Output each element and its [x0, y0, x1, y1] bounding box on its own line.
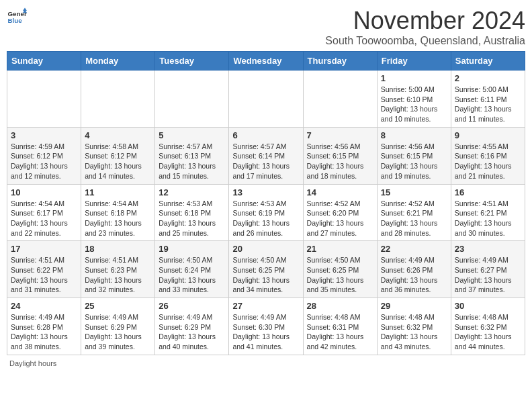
calendar-cell: 16Sunrise: 4:51 AMSunset: 6:21 PMDayligh… — [451, 184, 525, 241]
day-number: 26 — [159, 301, 225, 311]
week-row-2: 10Sunrise: 4:54 AMSunset: 6:17 PMDayligh… — [7, 184, 525, 241]
day-number: 11 — [85, 187, 151, 197]
calendar-cell: 23Sunrise: 4:49 AMSunset: 6:27 PMDayligh… — [451, 241, 525, 298]
week-row-0: 1Sunrise: 5:00 AMSunset: 6:10 PMDaylight… — [7, 71, 525, 128]
day-number: 8 — [381, 130, 447, 140]
day-detail: Sunrise: 5:00 AMSunset: 6:10 PMDaylight:… — [381, 85, 447, 124]
day-detail: Sunrise: 4:50 AMSunset: 6:25 PMDaylight:… — [232, 255, 299, 295]
day-detail: Sunrise: 4:49 AMSunset: 6:27 PMDaylight:… — [455, 255, 521, 295]
logo-icon: General Blue — [7, 7, 27, 27]
calendar-header-row: SundayMondayTuesdayWednesdayThursdayFrid… — [7, 52, 525, 71]
day-detail: Sunrise: 4:56 AMSunset: 6:15 PMDaylight:… — [381, 142, 447, 181]
header-monday: Monday — [81, 52, 155, 71]
calendar-cell: 13Sunrise: 4:53 AMSunset: 6:19 PMDayligh… — [229, 184, 303, 241]
calendar-cell: 25Sunrise: 4:49 AMSunset: 6:29 PMDayligh… — [81, 298, 155, 355]
day-detail: Sunrise: 4:48 AMSunset: 6:32 PMDaylight:… — [455, 312, 521, 352]
day-number: 19 — [159, 244, 225, 254]
day-number: 27 — [232, 301, 299, 311]
calendar-cell: 26Sunrise: 4:49 AMSunset: 6:29 PMDayligh… — [155, 298, 229, 355]
calendar-cell: 9Sunrise: 4:55 AMSunset: 6:16 PMDaylight… — [451, 127, 525, 184]
header-tuesday: Tuesday — [155, 52, 229, 71]
day-number: 22 — [381, 244, 447, 254]
calendar-cell — [155, 71, 229, 128]
day-detail: Sunrise: 4:56 AMSunset: 6:15 PMDaylight:… — [307, 142, 373, 181]
day-number: 15 — [381, 187, 447, 197]
day-detail: Sunrise: 5:00 AMSunset: 6:11 PMDaylight:… — [455, 85, 521, 124]
week-row-3: 17Sunrise: 4:51 AMSunset: 6:22 PMDayligh… — [7, 241, 525, 298]
header-wednesday: Wednesday — [229, 52, 303, 71]
calendar-cell: 20Sunrise: 4:50 AMSunset: 6:25 PMDayligh… — [229, 241, 303, 298]
daylight-hours-label: Daylight hours — [9, 359, 56, 367]
day-number: 3 — [11, 130, 77, 140]
day-detail: Sunrise: 4:51 AMSunset: 6:21 PMDaylight:… — [455, 199, 521, 238]
calendar-cell: 6Sunrise: 4:57 AMSunset: 6:14 PMDaylight… — [229, 127, 303, 184]
day-detail: Sunrise: 4:54 AMSunset: 6:17 PMDaylight:… — [11, 199, 77, 238]
calendar-cell: 22Sunrise: 4:49 AMSunset: 6:26 PMDayligh… — [377, 241, 451, 298]
day-number: 17 — [11, 244, 77, 254]
logo: General Blue — [7, 7, 27, 27]
day-detail: Sunrise: 4:50 AMSunset: 6:24 PMDaylight:… — [159, 255, 225, 295]
day-number: 4 — [85, 130, 151, 140]
calendar-cell: 19Sunrise: 4:50 AMSunset: 6:24 PMDayligh… — [155, 241, 229, 298]
calendar-cell: 28Sunrise: 4:48 AMSunset: 6:31 PMDayligh… — [303, 298, 377, 355]
svg-text:Blue: Blue — [8, 17, 23, 24]
calendar-cell: 11Sunrise: 4:54 AMSunset: 6:18 PMDayligh… — [81, 184, 155, 241]
day-detail: Sunrise: 4:52 AMSunset: 6:21 PMDaylight:… — [381, 199, 447, 238]
header-friday: Friday — [377, 52, 451, 71]
day-detail: Sunrise: 4:49 AMSunset: 6:29 PMDaylight:… — [85, 312, 151, 352]
calendar-cell: 7Sunrise: 4:56 AMSunset: 6:15 PMDaylight… — [303, 127, 377, 184]
day-detail: Sunrise: 4:49 AMSunset: 6:30 PMDaylight:… — [232, 312, 299, 352]
calendar-cell: 27Sunrise: 4:49 AMSunset: 6:30 PMDayligh… — [229, 298, 303, 355]
day-detail: Sunrise: 4:52 AMSunset: 6:20 PMDaylight:… — [307, 199, 373, 238]
day-number: 29 — [381, 301, 447, 311]
day-number: 1 — [381, 73, 447, 83]
day-detail: Sunrise: 4:49 AMSunset: 6:26 PMDaylight:… — [381, 255, 447, 295]
calendar-cell: 10Sunrise: 4:54 AMSunset: 6:17 PMDayligh… — [7, 184, 81, 241]
calendar-cell: 5Sunrise: 4:57 AMSunset: 6:13 PMDaylight… — [155, 127, 229, 184]
header-thursday: Thursday — [303, 52, 377, 71]
calendar-cell — [81, 71, 155, 128]
calendar-cell: 2Sunrise: 5:00 AMSunset: 6:11 PMDaylight… — [451, 71, 525, 128]
day-number: 20 — [232, 244, 299, 254]
day-number: 9 — [455, 130, 521, 140]
calendar-cell: 30Sunrise: 4:48 AMSunset: 6:32 PMDayligh… — [451, 298, 525, 355]
calendar-subtitle: South Toowoomba, Queensland, Australia — [325, 35, 525, 47]
day-detail: Sunrise: 4:53 AMSunset: 6:19 PMDaylight:… — [232, 199, 299, 238]
day-detail: Sunrise: 4:49 AMSunset: 6:29 PMDaylight:… — [159, 312, 225, 352]
calendar-cell: 21Sunrise: 4:50 AMSunset: 6:25 PMDayligh… — [303, 241, 377, 298]
header-sunday: Sunday — [7, 52, 81, 71]
day-detail: Sunrise: 4:48 AMSunset: 6:32 PMDaylight:… — [381, 312, 447, 352]
day-number: 14 — [307, 187, 373, 197]
footer-note: Daylight hours — [7, 359, 525, 367]
day-number: 28 — [307, 301, 373, 311]
day-number: 21 — [307, 244, 373, 254]
day-detail: Sunrise: 4:51 AMSunset: 6:22 PMDaylight:… — [11, 255, 77, 295]
calendar-cell: 29Sunrise: 4:48 AMSunset: 6:32 PMDayligh… — [377, 298, 451, 355]
svg-text:General: General — [8, 10, 28, 17]
day-number: 2 — [455, 73, 521, 83]
page-header: General Blue November 2024 South Toowoom… — [7, 7, 525, 47]
calendar-cell: 3Sunrise: 4:59 AMSunset: 6:12 PMDaylight… — [7, 127, 81, 184]
week-row-4: 24Sunrise: 4:49 AMSunset: 6:28 PMDayligh… — [7, 298, 525, 355]
day-detail: Sunrise: 4:53 AMSunset: 6:18 PMDaylight:… — [159, 199, 225, 238]
calendar-cell: 18Sunrise: 4:51 AMSunset: 6:23 PMDayligh… — [81, 241, 155, 298]
day-number: 23 — [455, 244, 521, 254]
day-detail: Sunrise: 4:57 AMSunset: 6:13 PMDaylight:… — [159, 142, 225, 181]
day-detail: Sunrise: 4:57 AMSunset: 6:14 PMDaylight:… — [232, 142, 299, 181]
day-detail: Sunrise: 4:55 AMSunset: 6:16 PMDaylight:… — [455, 142, 521, 181]
day-detail: Sunrise: 4:59 AMSunset: 6:12 PMDaylight:… — [11, 142, 77, 181]
calendar-table: SundayMondayTuesdayWednesdayThursdayFrid… — [7, 51, 525, 355]
day-detail: Sunrise: 4:58 AMSunset: 6:12 PMDaylight:… — [85, 142, 151, 181]
day-number: 16 — [455, 187, 521, 197]
day-number: 7 — [307, 130, 373, 140]
day-number: 6 — [232, 130, 299, 140]
day-number: 12 — [159, 187, 225, 197]
day-detail: Sunrise: 4:51 AMSunset: 6:23 PMDaylight:… — [85, 255, 151, 295]
day-number: 25 — [85, 301, 151, 311]
day-detail: Sunrise: 4:49 AMSunset: 6:28 PMDaylight:… — [11, 312, 77, 352]
calendar-cell: 14Sunrise: 4:52 AMSunset: 6:20 PMDayligh… — [303, 184, 377, 241]
day-number: 10 — [11, 187, 77, 197]
calendar-cell: 4Sunrise: 4:58 AMSunset: 6:12 PMDaylight… — [81, 127, 155, 184]
day-detail: Sunrise: 4:48 AMSunset: 6:31 PMDaylight:… — [307, 312, 373, 352]
calendar-cell: 1Sunrise: 5:00 AMSunset: 6:10 PMDaylight… — [377, 71, 451, 128]
